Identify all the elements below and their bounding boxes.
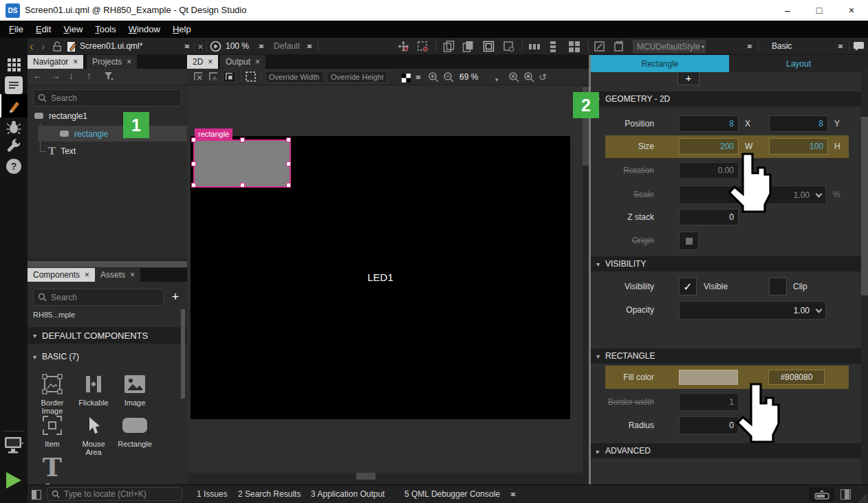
section-default-components[interactable]: ▾ DEFAULT COMPONENTS: [28, 327, 187, 344]
add-state-button[interactable]: +: [677, 71, 699, 85]
nested-squares-icon[interactable]: [483, 41, 495, 52]
toolbar-zoom-level[interactable]: 100 %: [226, 38, 249, 55]
resize-handle[interactable]: [240, 137, 245, 142]
move-right-icon[interactable]: →: [51, 70, 61, 81]
canvas-vscrollbar[interactable]: [583, 85, 589, 473]
style-selector[interactable]: MCUDefaultStyle ▾: [633, 40, 706, 53]
resize-handle[interactable]: [191, 137, 196, 142]
tree-item-text[interactable]: T Text: [28, 143, 187, 159]
close-tab-icon[interactable]: ×: [208, 57, 213, 67]
components-scrollbar[interactable]: [181, 282, 185, 484]
component-text[interactable]: T Text: [33, 454, 72, 484]
state-spinner-icon[interactable]: [307, 42, 313, 51]
pane-application-output[interactable]: 3 Application Output: [307, 485, 389, 503]
fill-color-swatch[interactable]: [679, 370, 738, 385]
section-rectangle[interactable]: ▾ RECTANGLE: [591, 348, 868, 364]
canvas-text-led1[interactable]: LED1: [191, 271, 570, 283]
section-basic[interactable]: ▾ BASIC (7): [28, 349, 187, 364]
move-down-icon[interactable]: ↓: [69, 70, 74, 81]
origin-button[interactable]: [679, 232, 699, 250]
column-layout-icon[interactable]: [549, 41, 557, 52]
menu-window[interactable]: Window: [122, 22, 166, 36]
properties-scrollbar[interactable]: [861, 69, 868, 484]
override-width-input[interactable]: [265, 71, 324, 83]
selection-label[interactable]: rectangle: [195, 128, 232, 140]
component-item[interactable]: Item: [33, 412, 72, 448]
debug-bug-icon[interactable]: [0, 120, 28, 134]
build-progress-button[interactable]: [809, 487, 835, 502]
kit-monitor-icon[interactable]: [0, 436, 28, 454]
pane-qml-debugger-console[interactable]: 5 QML Debugger Console: [400, 485, 504, 503]
tab-output[interactable]: Output×: [220, 55, 265, 69]
tab-projects[interactable]: Projects×: [87, 55, 137, 69]
menu-file[interactable]: File: [3, 22, 30, 36]
components-search[interactable]: [33, 289, 164, 306]
tab-components[interactable]: Components×: [28, 268, 95, 282]
document-spinner-icon[interactable]: [184, 42, 191, 51]
resize-handle[interactable]: [286, 137, 291, 142]
section-geometry-2d[interactable]: ▾ GEOMETRY - 2D: [591, 91, 868, 107]
selection-frame-icon[interactable]: [417, 41, 428, 52]
dashed-selection-icon[interactable]: [245, 71, 257, 82]
component-flickable[interactable]: Flickable: [74, 371, 113, 407]
target-spinner-icon[interactable]: [747, 42, 753, 51]
close-tab-icon[interactable]: ×: [255, 57, 260, 67]
kit-selector[interactable]: Basic: [772, 38, 792, 55]
run-zoom-icon[interactable]: [210, 41, 221, 52]
pane-search-results[interactable]: 2 Search Results: [234, 485, 305, 503]
move-left-icon[interactable]: ←: [33, 70, 43, 81]
components-search-input[interactable]: [51, 293, 159, 302]
current-document-name[interactable]: Screen01.ui.qml*: [80, 38, 142, 55]
menu-view[interactable]: View: [57, 22, 89, 36]
resize-handle[interactable]: [240, 183, 245, 188]
menu-edit[interactable]: Edit: [30, 22, 57, 36]
opacity-dropdown[interactable]: 1.00: [679, 301, 826, 320]
panel-splitter[interactable]: [28, 258, 187, 268]
rotate-square-icon[interactable]: [613, 41, 625, 52]
close-tab-icon[interactable]: ×: [130, 270, 135, 280]
close-document-icon[interactable]: ×: [197, 41, 204, 52]
minimize-button[interactable]: –: [772, 0, 803, 21]
position-y-field[interactable]: 8: [769, 115, 828, 132]
resize-grip-icon[interactable]: [858, 493, 867, 503]
canvas-zoom-level[interactable]: 69 %: [459, 69, 478, 85]
tab-2d[interactable]: 2D×: [187, 55, 218, 69]
component-rectangle[interactable]: Rectangle: [116, 412, 154, 448]
zoom-spinner-icon[interactable]: [259, 42, 265, 51]
zoom-in-icon[interactable]: [428, 71, 439, 82]
tree-item-rectangle1[interactable]: rectangle1: [28, 108, 187, 124]
resize-handle[interactable]: [286, 183, 291, 188]
close-tab-icon[interactable]: ×: [85, 270, 89, 280]
component-border-image[interactable]: Border Image: [33, 371, 72, 415]
tab-assets[interactable]: Assets×: [95, 268, 140, 282]
forward-icon[interactable]: ›: [41, 41, 45, 52]
anchors-icon[interactable]: [398, 41, 409, 52]
export-filled-icon[interactable]: [223, 71, 236, 82]
tab-layout-props[interactable]: Layout: [729, 55, 868, 72]
move-up-icon[interactable]: ↑: [87, 70, 91, 81]
scrollbar-thumb[interactable]: [356, 473, 376, 480]
scrollbar-thumb[interactable]: [181, 309, 185, 399]
visible-checkbox[interactable]: ✓: [679, 278, 697, 295]
wrench-icon[interactable]: [0, 138, 28, 153]
square-badge-icon[interactable]: [503, 41, 514, 52]
tree-item-rectangle-selected[interactable]: rectangle: [38, 126, 187, 142]
menu-tools[interactable]: Tools: [89, 22, 122, 36]
position-x-field[interactable]: 8: [679, 115, 739, 132]
zoom-selection-icon[interactable]: [508, 71, 519, 82]
tab-navigator[interactable]: Navigator×: [28, 55, 83, 69]
export-a-icon[interactable]: A: [208, 71, 219, 82]
filter-icon[interactable]: [105, 71, 113, 82]
component-mouse-area[interactable]: Mouse Area: [74, 412, 113, 456]
export-x-icon[interactable]: [193, 71, 204, 82]
navigator-search[interactable]: [33, 89, 182, 107]
help-icon[interactable]: ?: [0, 159, 28, 174]
overlapping-squares-icon[interactable]: [443, 41, 455, 52]
resize-handle[interactable]: [286, 161, 291, 166]
grid-layout-icon[interactable]: [569, 41, 580, 52]
resize-handle[interactable]: [191, 161, 196, 166]
lock-icon[interactable]: [52, 41, 62, 52]
menu-help[interactable]: Help: [166, 22, 197, 36]
apps-grid-icon[interactable]: [0, 58, 28, 71]
comment-bubble-icon[interactable]: [853, 41, 865, 52]
